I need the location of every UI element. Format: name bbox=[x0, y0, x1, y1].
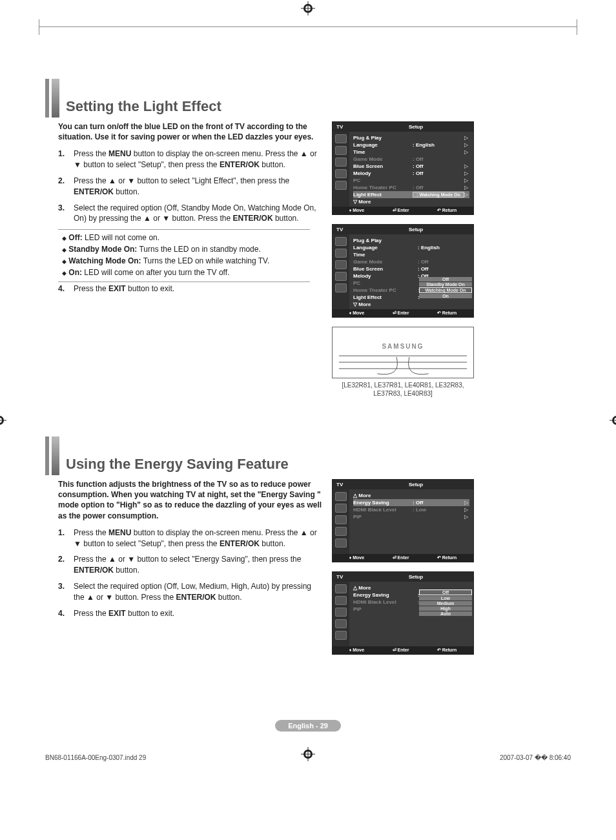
imprint-time: 2007-03-07 �� 8:06:40 bbox=[500, 754, 571, 761]
divider bbox=[58, 229, 310, 230]
osd-icon bbox=[335, 283, 347, 292]
osd-setup-light-effect: TVSetup Plug & Play▷Language: English▷Ti… bbox=[332, 121, 474, 215]
divider bbox=[58, 282, 310, 282]
intro-text: You can turn on/off the blue LED on the … bbox=[58, 121, 323, 142]
step-text: Press the MENU button to display the on-… bbox=[74, 528, 323, 549]
option-list: ◆ Off: LED will not come on.◆ Standby Mo… bbox=[62, 232, 323, 278]
osd-option: Standby Mode On bbox=[419, 282, 472, 287]
osd-foot-move: ♦ Move bbox=[349, 648, 364, 653]
osd-foot-move: ♦ Move bbox=[349, 208, 364, 213]
osd-foot-return: ↶ Return bbox=[437, 311, 457, 316]
osd-icon bbox=[335, 596, 347, 605]
osd-option: Off bbox=[419, 277, 472, 282]
osd-option: Low bbox=[419, 596, 472, 600]
step-number: 3. bbox=[58, 203, 67, 225]
step-item: 3.Select the required option (Off, Low, … bbox=[58, 581, 323, 603]
osd-icon bbox=[335, 515, 347, 524]
osd-row: Game Mode: Off bbox=[353, 258, 469, 265]
step-text: Press the ▲ or ▼ button to select "Light… bbox=[74, 176, 323, 198]
osd-category-icons bbox=[333, 582, 349, 646]
osd-row-highlight: Light Effect: Watching Mode On▷ bbox=[353, 191, 469, 198]
osd-tv-label: TV bbox=[336, 227, 362, 232]
osd-icon bbox=[335, 631, 347, 640]
step-text: Select the required option (Off, Low, Me… bbox=[74, 581, 323, 603]
osd-icon bbox=[335, 272, 347, 281]
osd-setup-light-effect-options: TVSetup Plug & PlayLanguage: EnglishTime… bbox=[332, 224, 474, 318]
osd-icon bbox=[335, 237, 347, 246]
tv-brand: SAMSUNG bbox=[333, 343, 473, 350]
option-item: ◆ On: LED will come on after you turn th… bbox=[62, 267, 323, 278]
section-light-effect: Setting the Light Effect You can turn on… bbox=[45, 79, 571, 398]
osd-icon bbox=[335, 538, 347, 548]
osd-footer: ♦ Move⏎ Enter↶ Return bbox=[333, 309, 473, 317]
osd-row: Time bbox=[353, 251, 469, 258]
step-item: 1.Press the MENU button to display the o… bbox=[58, 149, 323, 170]
osd-option-popup: OffStandby Mode OnWatching Mode OnOn bbox=[419, 277, 472, 299]
steps-list: 4. Press the EXIT button to exit. bbox=[58, 283, 323, 294]
osd-row: Plug & Play▷ bbox=[353, 134, 469, 141]
osd-option: On bbox=[419, 294, 472, 298]
osd-row: Blue Screen: Off▷ bbox=[353, 163, 469, 170]
osd-setup-energy-saving-options: TVSetup △ MoreEnergy Saving:HDMI Black L… bbox=[332, 571, 474, 655]
osd-row: Game Mode: Off bbox=[353, 156, 469, 163]
step-number: 3. bbox=[58, 581, 67, 603]
osd-row: Blue Screen: Off bbox=[353, 265, 469, 272]
crop-mark-top bbox=[39, 19, 577, 27]
imprint-file: BN68-01166A-00Eng-0307.indd 29 bbox=[45, 754, 146, 761]
step-item: 4. Press the EXIT button to exit. bbox=[58, 283, 323, 294]
osd-foot-enter: ⏎ Enter bbox=[393, 208, 409, 213]
step-item: 2.Press the ▲ or ▼ button to select "Ene… bbox=[58, 554, 323, 576]
osd-icon bbox=[335, 619, 347, 628]
option-item: ◆ Standby Mode On: Turns the LED on in s… bbox=[62, 244, 323, 255]
osd-tv-label: TV bbox=[336, 482, 362, 487]
step-item: 1.Press the MENU button to display the o… bbox=[58, 528, 323, 549]
osd-tv-label: TV bbox=[336, 574, 362, 580]
step-number: 1. bbox=[58, 149, 67, 170]
osd-option: Watching Mode On bbox=[419, 287, 472, 293]
osd-icon bbox=[335, 134, 347, 143]
osd-foot-move: ♦ Move bbox=[349, 311, 364, 316]
osd-row: Time▷ bbox=[353, 149, 469, 156]
step-text: Select the required option (Off, Standby… bbox=[74, 203, 323, 225]
osd-row: Language: English bbox=[353, 244, 469, 251]
osd-row: PIP▷ bbox=[353, 513, 469, 520]
osd-icon bbox=[335, 181, 347, 190]
option-item: ◆ Watching Mode On: Turns the LED on whi… bbox=[62, 256, 323, 267]
osd-title: Setup bbox=[362, 124, 469, 130]
section-title: Setting the Light Effect bbox=[66, 98, 221, 118]
osd-foot-return: ↶ Return bbox=[437, 555, 457, 560]
registration-mark-icon bbox=[0, 413, 6, 427]
osd-row: Home Theater PC: Off▷ bbox=[353, 184, 469, 191]
osd-icon bbox=[335, 146, 347, 155]
tv-illustration: SAMSUNG bbox=[332, 327, 474, 378]
osd-foot-return: ↶ Return bbox=[437, 648, 457, 653]
osd-option: Auto bbox=[419, 611, 472, 616]
osd-footer: ♦ Move⏎ Enter↶ Return bbox=[333, 554, 473, 562]
registration-mark-icon bbox=[301, 747, 315, 761]
osd-icon bbox=[335, 504, 347, 513]
intro-text: This function adjusts the brightness of … bbox=[58, 479, 323, 521]
section-bar-icon bbox=[52, 436, 59, 475]
step-text: Press the MENU button to display the on-… bbox=[74, 149, 323, 170]
osd-title: Setup bbox=[362, 227, 469, 232]
osd-row: Language: English▷ bbox=[353, 141, 469, 149]
steps-list: 1.Press the MENU button to display the o… bbox=[58, 528, 323, 619]
steps-list: 1.Press the MENU button to display the o… bbox=[58, 149, 323, 224]
osd-title: Setup bbox=[362, 574, 469, 580]
osd-row: Plug & Play bbox=[353, 237, 469, 244]
osd-category-icons bbox=[333, 234, 349, 309]
step-item: 4.Press the EXIT button to exit. bbox=[58, 608, 323, 619]
osd-icon bbox=[335, 492, 347, 501]
osd-row-highlight: Energy Saving: Off▷ bbox=[353, 499, 469, 506]
step-item: 2.Press the ▲ or ▼ button to select "Lig… bbox=[58, 176, 323, 198]
osd-more: ▽ More bbox=[353, 301, 469, 308]
osd-category-icons bbox=[333, 489, 349, 554]
step-number: 4. bbox=[58, 608, 67, 619]
page-number-pill: English - 29 bbox=[275, 720, 341, 732]
model-list: [LE32R81, LE37R81, LE40R81, LE32R83, LE3… bbox=[332, 381, 474, 398]
osd-icon bbox=[335, 169, 347, 178]
osd-icon bbox=[335, 584, 347, 593]
osd-foot-enter: ⏎ Enter bbox=[393, 648, 409, 653]
step-number: 4. bbox=[58, 283, 67, 294]
osd-foot-move: ♦ Move bbox=[349, 555, 364, 560]
